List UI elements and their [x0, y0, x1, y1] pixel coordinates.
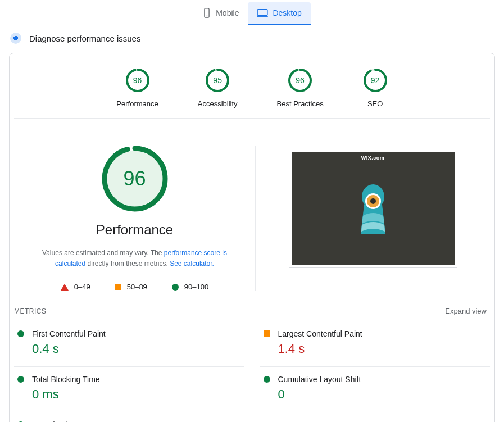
score-accessibility: 95 [205, 68, 230, 93]
pulse-icon [10, 33, 21, 44]
circle-icon [172, 284, 179, 291]
report-card: 96 Performance 95 Accessibility 96 Best … [9, 53, 495, 422]
tab-mobile-label: Mobile [216, 8, 239, 17]
summary-row: 96 Performance 95 Accessibility 96 Best … [14, 53, 490, 119]
metric-fcp-value: 0.4 s [32, 342, 241, 356]
status-dot-icon [264, 376, 270, 383]
metric-cls: Cumulative Layout Shift 0 [260, 366, 491, 412]
disclaimer-text-2: directly from these metrics. [85, 260, 170, 267]
metrics-heading: METRICS [14, 307, 47, 315]
status-square-icon [264, 330, 270, 337]
tab-mobile[interactable]: Mobile [193, 2, 248, 25]
gauge-accessibility: 95 [205, 68, 230, 93]
metric-tbt-name: Total Blocking Time [32, 375, 100, 384]
status-dot-icon [17, 330, 24, 337]
main-row: 96 Performance Values are estimated and … [10, 119, 494, 301]
legend-orange-label: 50–89 [127, 283, 147, 291]
keyhole-icon [356, 182, 390, 235]
gauge-best-practices: 96 [288, 68, 312, 93]
metric-lcp-name: Largest Contentful Paint [278, 329, 362, 338]
label-seo: SEO [363, 99, 388, 108]
square-icon [115, 284, 121, 290]
legend-green: 90–100 [172, 283, 208, 291]
summary-accessibility[interactable]: 95 Accessibility [198, 68, 238, 108]
disclaimer-text-1: Values are estimated and may vary. The [42, 249, 164, 257]
mobile-icon [202, 8, 211, 18]
screenshot-panel: WIX.com [256, 146, 490, 291]
legend-orange: 50–89 [115, 283, 147, 291]
metric-lcp-value: 1.4 s [278, 342, 487, 356]
label-accessibility: Accessibility [198, 99, 238, 108]
wix-logo: WIX.com [361, 155, 385, 161]
performance-title: Performance [96, 222, 173, 238]
summary-best-practices[interactable]: 96 Best Practices [277, 68, 324, 108]
link-see-calculator[interactable]: See calculator. [170, 260, 214, 267]
svg-rect-1 [206, 16, 208, 16]
legend-red-label: 0–49 [74, 283, 90, 291]
performance-panel: 96 Performance Values are estimated and … [14, 146, 256, 291]
metric-cls-value: 0 [278, 387, 487, 402]
metric-lcp: Largest Contentful Paint 1.4 s [260, 321, 491, 366]
status-dot-icon [17, 376, 24, 383]
gauge-seo: 92 [363, 68, 388, 93]
metrics-bar: METRICS Expand view [10, 301, 494, 321]
summary-seo[interactable]: 92 SEO [363, 68, 388, 108]
legend-red: 0–49 [61, 283, 90, 291]
score-seo: 92 [363, 68, 388, 93]
tab-desktop[interactable]: Desktop [248, 2, 310, 25]
expand-view-button[interactable]: Expand view [445, 307, 487, 315]
score-large: 96 [102, 146, 168, 212]
metric-fcp-name: First Contentful Paint [32, 329, 106, 338]
triangle-icon [61, 284, 69, 291]
metric-fcp: First Contentful Paint 0.4 s [14, 321, 244, 366]
metrics-grid: First Contentful Paint 0.4 s Largest Con… [10, 321, 494, 422]
device-tabs: Mobile Desktop [0, 0, 504, 25]
svg-rect-2 [258, 10, 268, 16]
section-title: Diagnose performance issues [29, 34, 140, 43]
summary-performance[interactable]: 96 Performance [116, 68, 158, 108]
gauge-performance: 96 [125, 68, 150, 93]
metric-si: Speed Index 0.5 s [14, 412, 244, 422]
section-header: Diagnose performance issues [0, 25, 504, 49]
score-best-practices: 96 [288, 68, 312, 93]
metric-tbt-value: 0 ms [32, 387, 241, 402]
desktop-icon [257, 8, 268, 17]
page-screenshot: WIX.com [289, 149, 457, 268]
score-performance: 96 [125, 68, 150, 93]
metric-tbt: Total Blocking Time 0 ms [14, 366, 244, 412]
svg-point-17 [370, 198, 376, 204]
disclaimer: Values are estimated and may vary. The p… [34, 248, 236, 269]
label-performance: Performance [116, 99, 158, 108]
label-best-practices: Best Practices [277, 99, 324, 108]
legend-green-label: 90–100 [184, 283, 208, 291]
gauge-large: 96 [102, 146, 168, 212]
tab-desktop-label: Desktop [273, 8, 301, 17]
metric-cls-name: Cumulative Layout Shift [278, 375, 361, 384]
score-legend: 0–49 50–89 90–100 [61, 283, 208, 291]
